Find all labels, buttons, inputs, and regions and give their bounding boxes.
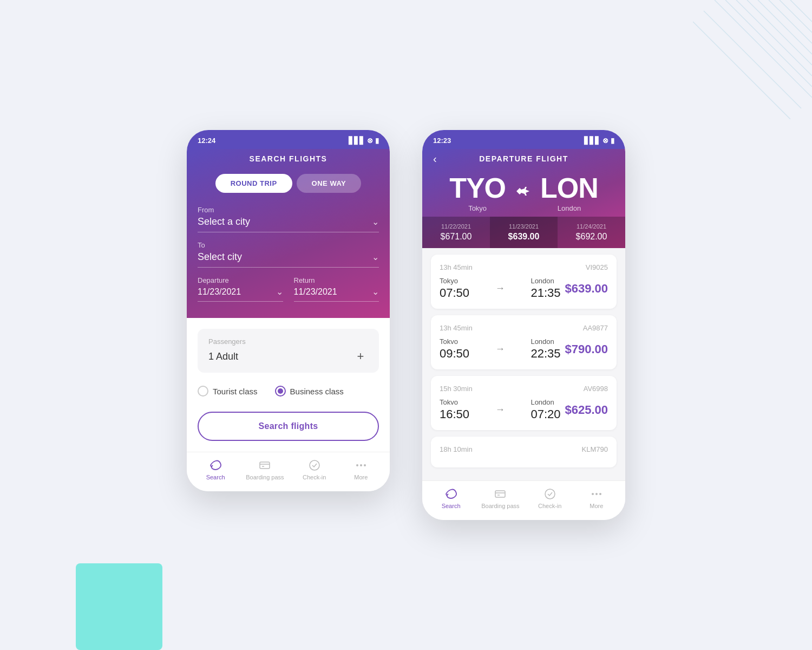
dest-city-block: LON London	[540, 172, 598, 212]
to-select-row[interactable]: Select city ⌄	[198, 251, 379, 268]
nav-more-2[interactable]: More	[580, 487, 613, 509]
nav-more-1[interactable]: More	[345, 459, 377, 480]
svg-point-22	[545, 489, 555, 499]
nav-boarding-label-1: Boarding pass	[246, 474, 284, 480]
flight-dest-1: London 22:35	[531, 337, 560, 361]
tourist-radio	[198, 386, 208, 396]
radio-inner-dot	[278, 388, 283, 394]
route-row: TYO Tokyo LON London	[433, 172, 614, 212]
from-select-row[interactable]: Select a city ⌄	[198, 216, 379, 232]
one-way-btn[interactable]: ONE WAY	[297, 174, 362, 193]
nav-boarding-1[interactable]: Boarding pass	[246, 459, 284, 480]
flight-arrow-1: →	[474, 343, 526, 355]
svg-point-25	[599, 493, 601, 495]
svg-line-2	[715, 0, 812, 98]
trip-toggle: ROUND TRIP ONE WAY	[198, 174, 379, 193]
flight-card-0[interactable]: 13h 45min VI9025 Tokyo 07:50 → London 21…	[431, 255, 617, 309]
flight-header-nav: ‹ DEPARTURE FLIGHT	[433, 154, 614, 163]
svg-line-9	[790, 0, 812, 22]
return-label: Return	[294, 276, 379, 284]
flight-times-1: Tokvo 09:50 → London 22:35 $790.00	[440, 337, 608, 361]
nav-boarding-2[interactable]: Boarding pass	[481, 487, 519, 509]
tourist-class-label: Tourist class	[213, 387, 258, 396]
search-header: SEARCH FLIGHTS ROUND TRIP ONE WAY From S…	[187, 149, 390, 318]
business-class-label: Business class	[290, 387, 344, 396]
departure-label: Departure	[198, 276, 283, 284]
flight-code-0: VI9025	[586, 263, 608, 271]
flight-price-2: $625.00	[565, 403, 608, 417]
flight-card-2[interactable]: 15h 30min AV6998 Tokvo 16:50 → London 07…	[431, 376, 617, 430]
date-price-2[interactable]: 11/24/2021 $692.00	[558, 217, 625, 248]
svg-line-18	[447, 494, 448, 496]
from-label: From	[198, 206, 379, 214]
bg-lines	[693, 0, 812, 119]
svg-point-17	[364, 464, 366, 466]
return-value: 11/23/2021	[294, 287, 337, 297]
back-btn[interactable]: ‹	[433, 153, 437, 165]
signal-icon-2: ▋▋▋	[584, 136, 600, 145]
svg-point-24	[595, 493, 598, 495]
dest-city: London	[540, 204, 598, 212]
wifi-icon-1: ⊗	[367, 136, 373, 145]
flight-to-time-2: 07:20	[531, 407, 560, 421]
svg-line-4	[736, 0, 812, 76]
to-chevron-icon: ⌄	[372, 252, 379, 262]
business-class-option[interactable]: Business class	[275, 386, 344, 396]
flight-card-1[interactable]: 13h 45min AA9877 Tokvo 09:50 → London 22…	[431, 315, 617, 369]
battery-icon-1: ▮	[375, 136, 379, 145]
date-price-0[interactable]: 11/22/2021 $671.00	[422, 217, 490, 248]
nav-search-2[interactable]: Search	[435, 487, 467, 509]
round-trip-btn[interactable]: ROUND TRIP	[215, 174, 292, 193]
dp-price-2: $692.00	[562, 232, 621, 242]
return-select[interactable]: 11/23/2021 ⌄	[294, 287, 379, 302]
passengers-row: 1 Adult +	[208, 349, 368, 364]
flight-from-time-0: 07:50	[440, 286, 469, 300]
flight-card-header-0: 13h 45min VI9025	[440, 263, 608, 271]
search-flights-phone: 12:24 ▋▋▋ ⊗ ▮ SEARCH FLIGHTS ROUND TRIP …	[187, 130, 390, 491]
tourist-class-option[interactable]: Tourist class	[198, 386, 258, 396]
flight-code-3: KLM790	[582, 445, 608, 453]
battery-icon-2: ▮	[611, 136, 614, 145]
passengers-value: 1 Adult	[208, 351, 238, 362]
search-flights-btn[interactable]: Search flights	[198, 412, 379, 441]
nav-boarding-label-2: Boarding pass	[481, 503, 519, 509]
svg-rect-11	[260, 462, 270, 469]
flight-card-3[interactable]: 18h 10min KLM790	[431, 437, 617, 467]
nav-search-1[interactable]: Search	[199, 459, 232, 480]
flight-to-time-0: 21:35	[531, 286, 560, 300]
svg-line-5	[747, 0, 812, 65]
flight-dest-2: London 07:20	[531, 398, 560, 421]
to-value: Select city	[198, 251, 242, 263]
origin-city: Tokyo	[449, 204, 506, 212]
passengers-box: Passengers 1 Adult +	[198, 329, 379, 373]
flight-price-1: $790.00	[565, 342, 608, 356]
flight-code-1: AA9877	[583, 324, 608, 332]
class-row: Tourist class Business class	[198, 386, 379, 396]
nav-checkin-1[interactable]: Check-in	[298, 459, 331, 480]
svg-line-3	[725, 0, 812, 87]
dp-date-0: 11/22/2021	[427, 223, 486, 230]
dp-price-0: $671.00	[427, 232, 486, 242]
flight-card-header-1: 13h 45min AA9877	[440, 324, 608, 332]
bg-teal-square	[76, 563, 162, 650]
flight-duration-3: 18h 10min	[440, 445, 473, 453]
status-icons-1: ▋▋▋ ⊗ ▮	[349, 136, 379, 145]
nav-checkin-2[interactable]: Check-in	[534, 487, 566, 509]
date-row: Departure 11/23/2021 ⌄ Return 11/23/2021…	[198, 276, 379, 302]
svg-point-14	[310, 460, 319, 470]
passengers-label: Passengers	[208, 337, 368, 346]
add-passenger-btn[interactable]: +	[353, 349, 368, 364]
nav-more-label-1: More	[354, 474, 368, 480]
flight-price-0: $639.00	[565, 282, 608, 296]
date-price-1[interactable]: 11/23/2021 $639.00	[490, 217, 558, 248]
svg-line-6	[758, 0, 812, 54]
departure-select[interactable]: 11/23/2021 ⌄	[198, 287, 283, 302]
status-time-2: 12:23	[433, 136, 451, 145]
status-icons-2: ▋▋▋ ⊗ ▮	[584, 136, 614, 145]
nav-checkin-label-2: Check-in	[538, 503, 561, 509]
to-group: To Select city ⌄	[198, 241, 379, 268]
flight-dest-0: London 21:35	[531, 277, 560, 300]
dp-date-1: 11/23/2021	[494, 223, 553, 230]
plane-arrow-icon	[514, 183, 532, 202]
svg-point-15	[356, 464, 358, 466]
